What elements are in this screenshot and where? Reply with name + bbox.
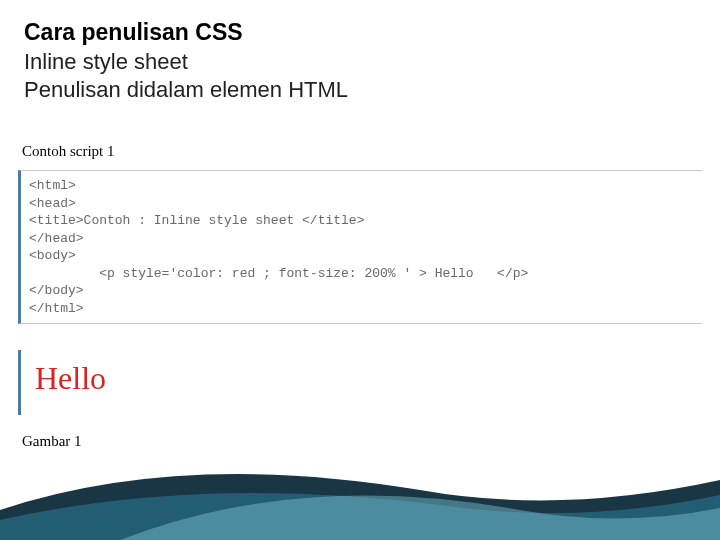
output-text: Hello (35, 360, 106, 396)
code-line: <title>Contoh : Inline style sheet </tit… (29, 213, 364, 228)
figure-label: Gambar 1 (0, 415, 720, 450)
page-title: Cara penulisan CSS (24, 18, 720, 48)
heading-block: Cara penulisan CSS Inline style sheet Pe… (0, 0, 720, 105)
code-line: </body> (29, 283, 84, 298)
subtitle-line-1: Inline style sheet (24, 48, 720, 77)
example-label: Contoh script 1 (0, 105, 720, 166)
code-line: </html> (29, 301, 84, 316)
code-block: <html> <head> <title>Contoh : Inline sty… (18, 170, 702, 324)
code-line: </head> (29, 231, 84, 246)
output-block: Hello (18, 350, 178, 415)
code-line: <p style='color: red ; font-size: 200% '… (29, 266, 528, 281)
code-line: <body> (29, 248, 76, 263)
code-line: <head> (29, 196, 76, 211)
code-line: <html> (29, 178, 76, 193)
subtitle-line-2: Penulisan didalam elemen HTML (24, 76, 720, 105)
